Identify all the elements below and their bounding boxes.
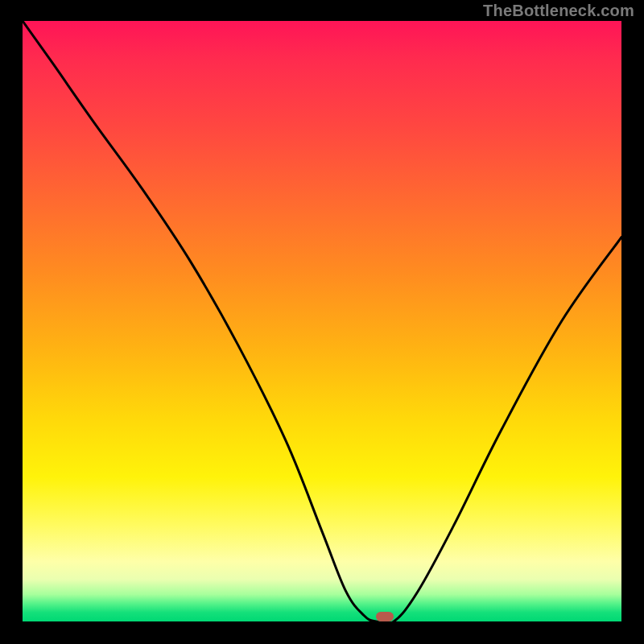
curve-path (23, 21, 621, 621)
plot-area (23, 21, 621, 621)
bottleneck-curve (23, 21, 621, 621)
chart-frame: TheBottleneck.com (0, 0, 644, 644)
sweet-spot-marker (376, 612, 394, 621)
watermark-text: TheBottleneck.com (483, 2, 634, 20)
